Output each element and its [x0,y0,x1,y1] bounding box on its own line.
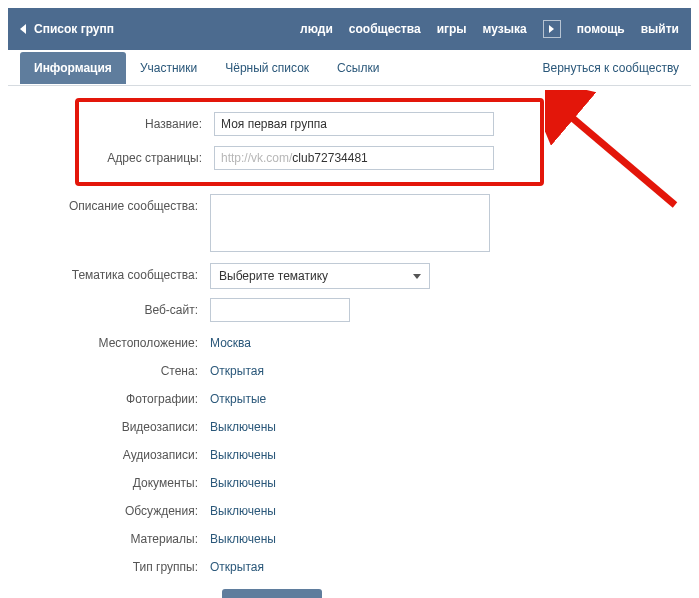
name-input[interactable] [214,112,494,136]
theme-select[interactable]: Выберите тематику [210,263,430,289]
setting-value[interactable]: Выключены [210,527,276,546]
tabs: Информация Участники Чёрный список Ссылк… [8,50,691,86]
setting-value[interactable]: Открытые [210,387,266,406]
site-input[interactable] [210,298,350,322]
setting-value[interactable]: Открытая [210,359,264,378]
setting-row: Местоположение:Москва [20,331,679,350]
setting-value[interactable]: Москва [210,331,251,350]
site-label: Веб-сайт: [20,298,210,317]
address-prefix: http://vk.com/ [221,151,292,165]
address-label: Адрес страницы: [89,146,214,165]
theme-placeholder: Выберите тематику [219,269,328,283]
topbar: Список групп люди сообщества игры музыка… [8,8,691,50]
save-button[interactable]: Сохранить [222,589,322,598]
setting-value[interactable]: Выключены [210,415,276,434]
setting-value[interactable]: Выключены [210,499,276,518]
setting-row: Видеозаписи:Выключены [20,415,679,434]
setting-label: Видеозаписи: [20,415,210,434]
chevron-down-icon [413,274,421,279]
nav-logout[interactable]: выйти [641,22,679,36]
row-name: Название: [89,112,530,136]
address-value: club72734481 [292,151,367,165]
setting-label: Тип группы: [20,555,210,574]
chevron-left-icon [20,24,26,34]
back-label: Список групп [34,22,114,36]
setting-row: Аудиозаписи:Выключены [20,443,679,462]
desc-label: Описание сообщества: [20,194,210,213]
setting-label: Местоположение: [20,331,210,350]
address-input[interactable]: http://vk.com/club72734481 [214,146,494,170]
top-nav: люди сообщества игры музыка помощь выйти [300,20,679,38]
tab-info[interactable]: Информация [20,52,126,84]
tab-links[interactable]: Ссылки [323,52,393,84]
nav-music[interactable]: музыка [483,22,527,36]
row-desc: Описание сообщества: [20,194,679,254]
setting-value[interactable]: Открытая [210,555,264,574]
setting-value[interactable]: Выключены [210,443,276,462]
setting-row: Фотографии:Открытые [20,387,679,406]
nav-people[interactable]: люди [300,22,333,36]
setting-label: Стена: [20,359,210,378]
setting-row: Тип группы:Открытая [20,555,679,574]
setting-row: Стена:Открытая [20,359,679,378]
setting-row: Материалы:Выключены [20,527,679,546]
row-site: Веб-сайт: [20,298,679,322]
setting-value[interactable]: Выключены [210,471,276,490]
setting-label: Аудиозаписи: [20,443,210,462]
nav-communities[interactable]: сообщества [349,22,421,36]
play-icon[interactable] [543,20,561,38]
return-link[interactable]: Вернуться к сообществу [542,61,679,75]
highlight-box: Название: Адрес страницы: http://vk.com/… [75,98,544,186]
setting-label: Материалы: [20,527,210,546]
form-rows: Описание сообщества: Тематика сообщества… [20,194,679,598]
name-label: Название: [89,112,214,131]
row-theme: Тематика сообщества: Выберите тематику [20,263,679,289]
setting-label: Обсуждения: [20,499,210,518]
theme-label: Тематика сообщества: [20,263,210,282]
setting-label: Фотографии: [20,387,210,406]
back-button[interactable]: Список групп [20,22,114,36]
setting-row: Обсуждения:Выключены [20,499,679,518]
desc-textarea[interactable] [210,194,490,252]
tab-members[interactable]: Участники [126,52,211,84]
tab-blacklist[interactable]: Чёрный список [211,52,323,84]
nav-games[interactable]: игры [437,22,467,36]
row-address: Адрес страницы: http://vk.com/club727344… [89,146,530,170]
setting-row: Документы:Выключены [20,471,679,490]
content: Название: Адрес страницы: http://vk.com/… [8,86,691,598]
nav-help[interactable]: помощь [577,22,625,36]
setting-label: Документы: [20,471,210,490]
